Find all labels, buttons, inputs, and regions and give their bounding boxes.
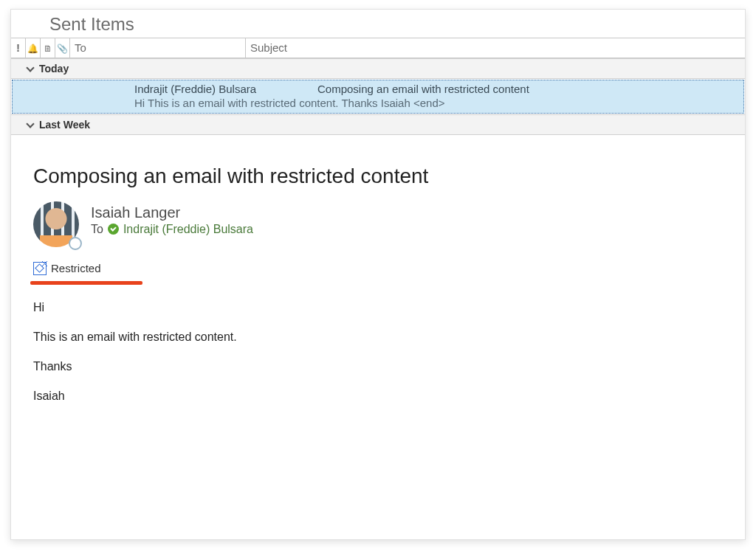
reading-subject: Composing an email with restricted conte… [33, 165, 723, 188]
group-header-today[interactable]: Today [11, 58, 745, 79]
sender-name[interactable]: Isaiah Langer [91, 204, 253, 221]
to-label: To [91, 223, 103, 236]
sender-metadata: Isaiah Langer To Indrajit (Freddie) Buls… [91, 201, 253, 236]
message-row-selected[interactable]: Indrajit (Freddie) Bulsara Composing an … [12, 80, 744, 114]
group-header-last-week[interactable]: Last Week [11, 114, 745, 135]
main-panel: Sent Items To Subject Today Indrajit (Fr… [10, 9, 746, 540]
reminder-column-icon[interactable] [26, 38, 41, 58]
truncated-row-indicator [11, 135, 745, 148]
message-row-preview: Hi This is an email with restricted cont… [134, 97, 736, 111]
chevron-down-icon [26, 120, 35, 129]
annotation-underline [30, 281, 142, 285]
message-list-header[interactable]: To Subject [11, 38, 745, 58]
group-label: Last Week [39, 119, 90, 131]
sensitivity-label[interactable]: Restricted [33, 262, 101, 275]
body-paragraph: This is an email with restricted content… [33, 331, 723, 344]
message-row-subject: Composing an email with restricted conte… [317, 83, 736, 97]
sender-block: Isaiah Langer To Indrajit (Freddie) Buls… [33, 201, 723, 247]
chevron-down-icon [26, 64, 35, 73]
restricted-icon [33, 262, 47, 275]
sensitivity-text: Restricted [51, 262, 101, 274]
group-label: Today [39, 63, 69, 75]
presence-available-icon [108, 224, 119, 235]
recipient-name[interactable]: Indrajit (Freddie) Bulsara [123, 223, 253, 236]
subject-column-header[interactable]: Subject [246, 38, 745, 58]
reading-pane: Composing an email with restricted conte… [11, 148, 745, 540]
attachment-column-icon[interactable] [55, 38, 70, 58]
item-type-column-icon[interactable] [41, 38, 55, 58]
sender-avatar[interactable] [33, 201, 79, 247]
recipient-line: To Indrajit (Freddie) Bulsara [91, 223, 253, 236]
body-paragraph: Thanks [33, 360, 723, 373]
presence-ring-icon [69, 237, 82, 250]
body-paragraph: Hi [33, 301, 723, 314]
mail-body: Hi This is an email with restricted cont… [33, 301, 723, 403]
outlook-sent-items-view: Sent Items To Subject Today Indrajit (Fr… [0, 0, 756, 557]
to-column-header[interactable]: To [70, 38, 246, 58]
body-paragraph: Isaiah [33, 390, 723, 403]
folder-title: Sent Items [11, 10, 745, 38]
importance-column-icon[interactable] [11, 38, 26, 58]
message-row-to: Indrajit (Freddie) Bulsara [134, 83, 317, 97]
